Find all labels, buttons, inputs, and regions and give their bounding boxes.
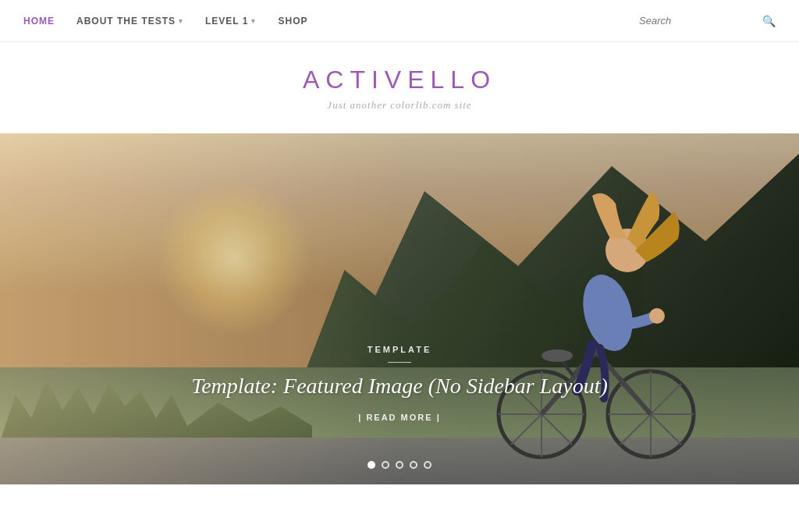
navbar: HOME ABOUT THE TESTS ▾ LEVEL 1 ▾ SHOP 🔍 [0, 0, 799, 42]
hero-divider [388, 362, 411, 363]
nav-search: 🔍 [639, 15, 776, 27]
slider-dot-1[interactable] [368, 461, 375, 469]
hero-category: TEMPLATE [126, 345, 673, 354]
nav-item-shop[interactable]: SHOP [278, 16, 307, 27]
hero-content: TEMPLATE Template: Featured Image (No Si… [126, 345, 673, 422]
hero-read-more[interactable]: | READ MORE | [126, 413, 673, 422]
nav-item-home[interactable]: HOME [23, 16, 55, 27]
slider-dot-4[interactable] [410, 461, 417, 469]
search-icon[interactable]: 🔍 [762, 15, 776, 27]
site-header: ACTIVELLO Just another colorlib.com site [0, 42, 799, 133]
chevron-down-icon: ▾ [251, 17, 256, 25]
svg-point-18 [575, 269, 641, 356]
hero-section: TEMPLATE Template: Featured Image (No Si… [0, 133, 799, 484]
slider-dot-3[interactable] [396, 461, 403, 469]
svg-point-20 [649, 308, 665, 324]
nav-item-about[interactable]: ABOUT THE TESTS ▾ [76, 16, 183, 27]
site-tagline: Just another colorlib.com site [0, 99, 799, 112]
slider-dots [368, 461, 431, 469]
hero-title: Template: Featured Image (No Sidebar Lay… [126, 372, 673, 400]
chevron-down-icon: ▾ [179, 17, 183, 25]
search-input[interactable] [639, 15, 756, 27]
site-title: ACTIVELLO [0, 66, 799, 94]
slider-dot-2[interactable] [382, 461, 389, 469]
nav-left: HOME ABOUT THE TESTS ▾ LEVEL 1 ▾ SHOP [23, 16, 308, 27]
nav-item-level1[interactable]: LEVEL 1 ▾ [205, 16, 256, 27]
slider-dot-5[interactable] [424, 461, 431, 469]
